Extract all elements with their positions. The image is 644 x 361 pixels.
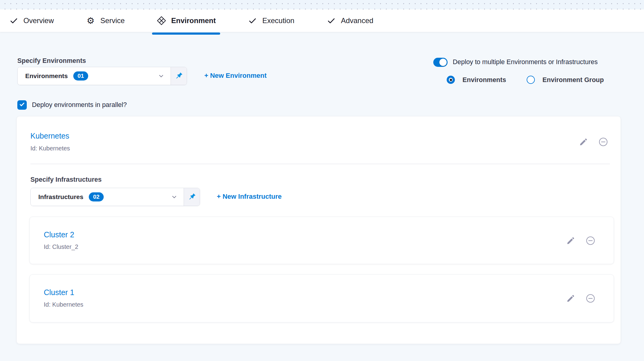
tab-execution[interactable]: Execution <box>248 9 294 32</box>
pipeline-canvas-strip <box>0 0 644 9</box>
card-divider <box>30 164 610 164</box>
pin-infrastructures-button[interactable] <box>184 188 200 206</box>
tab-service[interactable]: ⚙ Service <box>85 9 125 32</box>
tab-overview[interactable]: Overview <box>9 9 54 32</box>
specify-environments-heading: Specify Environments <box>17 57 86 65</box>
dropdown-label: Infrastructures <box>38 193 83 201</box>
minus-circle-icon <box>586 300 595 304</box>
infrastructure-id: Id: Kubernetes <box>44 301 83 308</box>
edit-infrastructure-button[interactable] <box>566 294 575 303</box>
tab-label: Service <box>100 16 125 25</box>
edit-infrastructure-button[interactable] <box>566 236 575 245</box>
gear-icon: ⚙ <box>85 16 96 25</box>
environments-dropdown-value[interactable]: Environments 01 <box>18 67 171 85</box>
infrastructure-card-cluster-2: Cluster 2 Id: Cluster_2 <box>29 217 614 264</box>
tab-label: Overview <box>23 16 54 25</box>
deploy-multiple-toggle[interactable] <box>433 58 448 67</box>
environment-id: Id: Kubernetes <box>30 145 70 152</box>
infrastructure-name-link[interactable]: Cluster 2 <box>44 230 74 239</box>
infrastructures-dropdown-value[interactable]: Infrastructures 02 <box>31 188 184 206</box>
environment-icon <box>156 15 167 26</box>
chevron-down-icon <box>171 194 178 200</box>
remove-environment-button[interactable] <box>598 137 608 147</box>
remove-infrastructure-button[interactable] <box>586 236 595 246</box>
pencil-icon <box>566 299 575 304</box>
deploy-parallel-label: Deploy environments in parallel? <box>32 101 127 109</box>
pencil-icon <box>579 143 588 147</box>
tab-label: Advanced <box>341 16 373 25</box>
tab-environment[interactable]: Environment <box>156 9 216 32</box>
active-tab-underline <box>152 33 220 35</box>
new-environment-button[interactable]: + New Environment <box>204 72 267 80</box>
infrastructure-name-link[interactable]: Cluster 1 <box>44 288 74 297</box>
pin-icon <box>188 192 196 202</box>
infrastructures-dropdown[interactable]: Infrastructures 02 <box>30 188 200 206</box>
check-icon <box>326 17 336 25</box>
pin-environments-button[interactable] <box>171 67 187 85</box>
deploy-multiple-toggle-label: Deploy to multiple Environments or Infra… <box>453 58 598 66</box>
edit-environment-button[interactable] <box>579 137 588 146</box>
infrastructure-id: Id: Cluster_2 <box>44 243 78 250</box>
remove-infrastructure-button[interactable] <box>586 294 595 303</box>
stage-tabbar: Overview ⚙ Service Environment Execution <box>0 9 644 32</box>
deploy-parallel-checkbox[interactable] <box>17 100 27 110</box>
dropdown-label: Environments <box>25 72 68 80</box>
tab-advanced[interactable]: Advanced <box>326 9 373 32</box>
check-icon <box>19 101 25 109</box>
radio-environments[interactable] <box>447 76 455 84</box>
environment-tab-screen: Overview ⚙ Service Environment Execution <box>0 0 644 361</box>
environment-name-link[interactable]: Kubernetes <box>30 132 69 140</box>
radio-environments-label[interactable]: Environments <box>462 76 506 84</box>
radio-environment-group-label[interactable]: Environment Group <box>542 76 604 84</box>
chevron-down-icon <box>158 73 164 79</box>
check-icon <box>9 17 19 25</box>
infrastructures-count-badge: 02 <box>89 192 104 201</box>
environments-dropdown[interactable]: Environments 01 <box>17 67 187 85</box>
radio-environment-group[interactable] <box>527 76 535 84</box>
toggle-knob <box>439 59 447 66</box>
infrastructure-card-cluster-1: Cluster 1 Id: Kubernetes <box>29 274 614 322</box>
minus-circle-icon <box>586 242 595 246</box>
minus-circle-icon <box>598 143 608 148</box>
environment-card: Kubernetes Id: Kubernetes Specify Infras… <box>16 116 621 344</box>
check-icon <box>248 17 258 25</box>
pin-icon <box>175 71 183 81</box>
tab-label: Environment <box>171 16 216 25</box>
tab-label: Execution <box>262 16 294 25</box>
environments-count-badge: 01 <box>73 71 88 81</box>
pencil-icon <box>566 242 575 246</box>
specify-infrastructures-heading: Specify Infrastructures <box>30 176 102 184</box>
new-infrastructure-button[interactable]: + New Infrastructure <box>217 193 282 201</box>
